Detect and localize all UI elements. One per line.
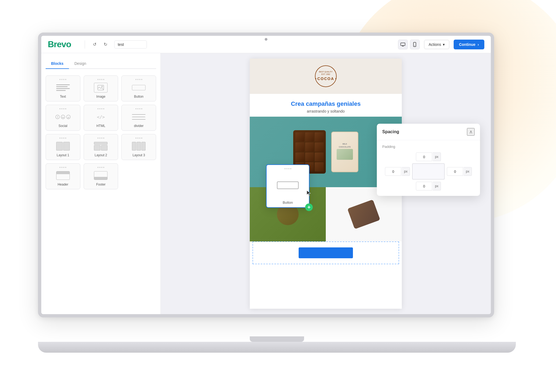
block-social-icon: f tw yt <box>55 111 71 122</box>
block-drag-handle <box>135 108 142 109</box>
svg-point-4 <box>102 86 103 87</box>
block-button-icon <box>131 82 147 93</box>
blocks-grid: Text <box>46 75 156 189</box>
laptop-screen: Brevo ↺ ↻ <box>38 33 494 317</box>
block-layout3-icon <box>131 141 147 152</box>
svg-text:tw: tw <box>62 116 64 118</box>
document-title-input[interactable] <box>114 40 147 49</box>
nav-divider <box>85 40 85 49</box>
padding-top-input[interactable] <box>416 152 432 161</box>
spacing-panel: Spacing ∧ Padding px <box>377 124 480 196</box>
cocoa-brand-name: COCOA <box>317 77 334 81</box>
svg-text:yt: yt <box>68 116 70 119</box>
block-drag-handle <box>97 79 104 80</box>
block-button[interactable]: Button <box>121 75 156 101</box>
block-layout1[interactable]: Layout 1 <box>46 134 80 160</box>
padding-bottom-input-group: px <box>416 182 441 190</box>
block-text[interactable]: Text <box>46 75 80 101</box>
drag-popup-label: Button <box>283 200 293 205</box>
laptop-notch <box>250 336 304 342</box>
block-layout1-label: Layout 1 <box>57 153 69 157</box>
email-header: BEST QUALITYEST. 1982 COCOA <box>250 59 402 94</box>
package-label: MILK CHOCOLATE <box>337 143 353 161</box>
drag-button-preview <box>277 181 299 189</box>
laptop-container: Brevo ↺ ↻ <box>38 33 516 353</box>
padding-grid: px px <box>382 152 475 190</box>
blocks-sidebar: Blocks Design <box>41 53 161 314</box>
block-divider[interactable]: divider <box>121 105 156 131</box>
email-cta-button <box>299 247 353 258</box>
block-drag-handle <box>135 79 142 80</box>
actions-button[interactable]: Actions ▾ <box>424 40 449 49</box>
continue-label: Continue <box>459 42 476 47</box>
drag-popup: Button + <box>266 164 309 208</box>
block-layout3-label: Layout 3 <box>132 153 145 157</box>
drag-cursor-icon <box>306 190 312 196</box>
email-headline-section: Crea campañas geniales arrastrando y sol… <box>250 94 402 117</box>
block-footer-label: Footer <box>96 183 106 186</box>
choc-piece-visual <box>347 199 380 229</box>
block-html-icon: </> <box>93 111 109 122</box>
block-drag-handle <box>97 167 104 168</box>
continue-button[interactable]: Continue › <box>454 40 484 49</box>
padding-spacer <box>412 163 445 180</box>
block-footer[interactable]: Footer <box>84 163 118 189</box>
block-text-label: Text <box>60 95 66 98</box>
email-subheadline: arrastrando y soltando <box>258 109 394 113</box>
block-footer-icon <box>93 170 109 181</box>
padding-right-input[interactable] <box>447 167 463 176</box>
block-layout2-label: Layout 2 <box>94 153 107 157</box>
block-divider-icon <box>131 111 147 122</box>
block-html-label: HTML <box>96 124 105 128</box>
block-drag-handle <box>97 138 104 139</box>
padding-top-input-group: px <box>416 152 441 161</box>
block-social[interactable]: f tw yt Social <box>46 105 80 131</box>
cocoa-quality-text: BEST QUALITYEST. 1982 <box>319 71 333 75</box>
block-text-icon <box>55 82 71 93</box>
svg-rect-0 <box>401 43 405 46</box>
desktop-view-button[interactable] <box>398 40 408 49</box>
spacing-collapse-button[interactable]: ∧ <box>467 128 475 136</box>
block-image-label: Image <box>96 95 105 98</box>
block-social-label: Social <box>58 124 67 128</box>
email-canvas-area: BEST QUALITYEST. 1982 COCOA <box>161 53 491 314</box>
block-drag-handle <box>59 108 66 109</box>
cocoa-logo: BEST QUALITYEST. 1982 COCOA <box>315 65 337 87</box>
cocoa-circle-logo: BEST QUALITYEST. 1982 COCOA <box>315 65 337 87</box>
sidebar-tabs: Blocks Design <box>46 59 156 69</box>
drag-popup-dots <box>285 168 291 169</box>
block-image[interactable]: Image <box>84 75 118 101</box>
padding-left-input[interactable] <box>385 167 401 176</box>
padding-left-input-group: px <box>385 167 410 176</box>
block-header[interactable]: Header <box>46 163 80 189</box>
mobile-view-button[interactable] <box>410 40 420 49</box>
email-main-headline: Crea campañas geniales <box>258 100 394 107</box>
spacing-panel-body: Padding px <box>377 140 480 196</box>
continue-arrow-icon: › <box>478 42 479 47</box>
tab-design[interactable]: Design <box>69 59 92 68</box>
tab-blocks[interactable]: Blocks <box>46 59 69 68</box>
undo-button[interactable]: ↺ <box>90 40 99 49</box>
padding-right-input-group: px <box>447 167 472 176</box>
actions-chevron-icon: ▾ <box>443 42 445 47</box>
block-layout2[interactable]: Layout 2 <box>84 134 118 160</box>
svg-text:f: f <box>57 116 58 119</box>
padding-bottom-row: px <box>416 182 441 190</box>
block-image-icon <box>93 82 109 93</box>
block-layout1-icon <box>55 141 71 152</box>
svg-point-2 <box>415 46 415 46</box>
padding-right-unit: px <box>464 167 472 176</box>
block-layout3[interactable]: Layout 3 <box>121 134 156 160</box>
block-html[interactable]: </> HTML <box>84 105 118 131</box>
block-drag-handle <box>97 108 104 109</box>
padding-middle-row: px px <box>385 162 472 181</box>
block-button-label: Button <box>134 95 144 98</box>
redo-button[interactable]: ↻ <box>101 40 110 49</box>
screen-content: Brevo ↺ ↻ <box>41 36 491 314</box>
block-header-label: Header <box>58 183 68 186</box>
padding-top-unit: px <box>433 152 441 161</box>
main-layout: Blocks Design <box>41 53 491 314</box>
block-drag-handle <box>59 79 66 80</box>
block-header-icon <box>55 170 71 181</box>
padding-bottom-input[interactable] <box>416 182 432 190</box>
